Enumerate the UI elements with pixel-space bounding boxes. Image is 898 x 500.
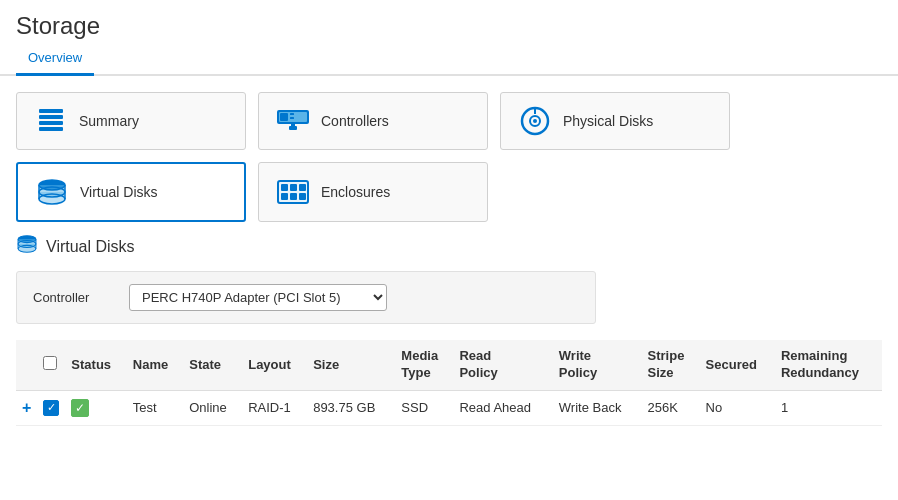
svg-rect-25 (299, 193, 306, 200)
card-enclosures[interactable]: Enclosures (258, 162, 488, 222)
svg-point-13 (533, 119, 537, 123)
add-button[interactable]: + (22, 399, 31, 417)
td-read-policy: Read Ahead (453, 390, 552, 425)
td-write-policy: Write Back (553, 390, 642, 425)
card-virtual-disks[interactable]: Virtual Disks (16, 162, 246, 222)
svg-rect-0 (39, 109, 63, 113)
summary-icon (33, 103, 69, 139)
svg-rect-3 (39, 127, 63, 131)
th-media-type: MediaType (395, 340, 453, 390)
section-icon (16, 234, 38, 259)
th-stripe-size: StripeSize (642, 340, 700, 390)
svg-rect-10 (291, 124, 295, 126)
td-name: Test (127, 390, 183, 425)
table-header-row: Status Name State Layout Size MediaType … (16, 340, 882, 390)
card-physical-disks[interactable]: Physical Disks (500, 92, 730, 150)
th-checkbox (37, 340, 65, 390)
controller-label: Controller (33, 290, 113, 305)
controller-select[interactable]: PERC H740P Adapter (PCI Slot 5) (129, 284, 387, 311)
td-status: ✓ (65, 390, 127, 425)
td-media-type: SSD (395, 390, 453, 425)
th-status: Status (65, 340, 127, 390)
card-enclosures-label: Enclosures (321, 184, 390, 200)
svg-rect-8 (290, 117, 294, 119)
td-remaining-redundancy: 1 (775, 390, 882, 425)
svg-rect-7 (290, 113, 294, 115)
controller-row: Controller PERC H740P Adapter (PCI Slot … (16, 271, 596, 324)
enclosures-icon (275, 174, 311, 210)
th-remaining-redundancy: RemainingRedundancy (775, 340, 882, 390)
tabs-bar: Overview (0, 44, 898, 76)
card-controllers[interactable]: Controllers (258, 92, 488, 150)
th-layout: Layout (242, 340, 307, 390)
td-state: Online (183, 390, 242, 425)
section-header: Virtual Disks (16, 234, 882, 259)
svg-rect-6 (280, 113, 288, 121)
th-write-policy: WritePolicy (553, 340, 642, 390)
tab-overview[interactable]: Overview (16, 44, 94, 76)
row-checkbox-checked[interactable]: ✓ (43, 400, 59, 416)
svg-rect-2 (39, 121, 63, 125)
svg-rect-20 (281, 184, 288, 191)
card-virtual-disks-label: Virtual Disks (80, 184, 158, 200)
svg-rect-24 (290, 193, 297, 200)
svg-rect-22 (299, 184, 306, 191)
th-secured: Secured (700, 340, 775, 390)
virtual-disks-icon (34, 174, 70, 210)
virtual-disks-table: Status Name State Layout Size MediaType … (16, 340, 882, 426)
status-icon-ok: ✓ (71, 399, 89, 417)
controllers-icon (275, 103, 311, 139)
cards-row-top: Summary Controllers (16, 92, 882, 150)
page-title: Storage (16, 12, 882, 40)
th-add (16, 340, 37, 390)
td-size: 893.75 GB (307, 390, 395, 425)
svg-rect-1 (39, 115, 63, 119)
svg-rect-21 (290, 184, 297, 191)
card-summary-label: Summary (79, 113, 139, 129)
table-row: + ✓ ✓ Test Online RAID-1 893.75 GB SSD (16, 390, 882, 425)
th-name: Name (127, 340, 183, 390)
td-checkbox: ✓ (37, 390, 65, 425)
td-layout: RAID-1 (242, 390, 307, 425)
td-secured: No (700, 390, 775, 425)
td-add: + (16, 390, 37, 425)
card-controllers-label: Controllers (321, 113, 389, 129)
svg-rect-9 (289, 126, 297, 130)
section-title: Virtual Disks (46, 238, 135, 256)
svg-rect-23 (281, 193, 288, 200)
th-size: Size (307, 340, 395, 390)
cards-row-bottom: Virtual Disks Enclosures (16, 162, 882, 222)
card-physical-disks-label: Physical Disks (563, 113, 653, 129)
td-stripe-size: 256K (642, 390, 700, 425)
table-container: Status Name State Layout Size MediaType … (16, 340, 882, 426)
th-read-policy: ReadPolicy (453, 340, 552, 390)
card-summary[interactable]: Summary (16, 92, 246, 150)
th-state: State (183, 340, 242, 390)
physical-disks-icon (517, 103, 553, 139)
select-all-checkbox[interactable] (43, 356, 57, 370)
